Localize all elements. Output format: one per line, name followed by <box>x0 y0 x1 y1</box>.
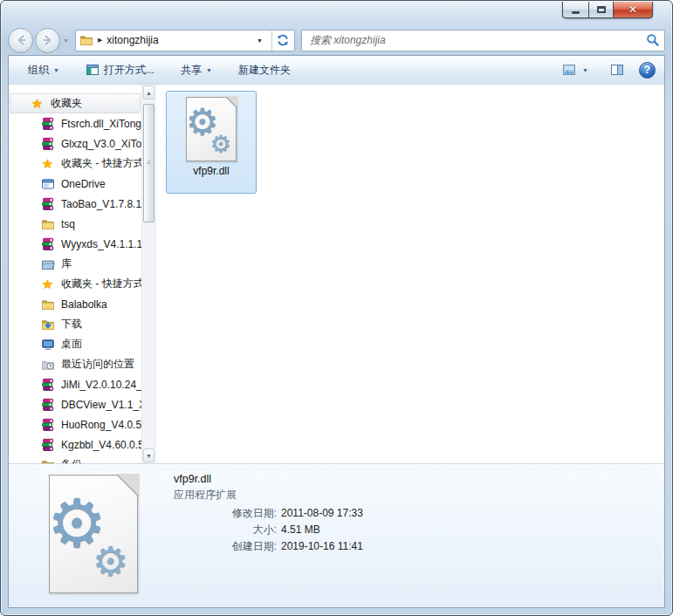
open-with-label: 打开方式... <box>104 63 155 78</box>
organize-button[interactable]: 组织▼ <box>21 58 66 82</box>
sidebar-item-label: 最近访问的位置 <box>61 357 134 372</box>
sidebar-item[interactable]: Kgzbbl_V4.60.0.5 <box>9 435 141 455</box>
detail-property-row: 修改日期:2011-08-09 17:33 <box>174 505 363 522</box>
sidebar-item-label: tsq <box>61 218 75 230</box>
sidebar-item[interactable]: 备份 <box>9 455 141 463</box>
minimize-button[interactable] <box>562 2 588 18</box>
address-history-dropdown[interactable]: ▼ <box>251 38 268 44</box>
downloads-folder-icon <box>40 317 55 332</box>
help-button[interactable]: ? <box>639 62 656 79</box>
question-mark-icon: ? <box>644 64 650 76</box>
sidebar-item-label: OneDrive <box>61 178 106 190</box>
breadcrumb[interactable]: ▶ xitongzhijia ▼ <box>76 31 271 51</box>
maximize-button[interactable] <box>588 2 613 18</box>
scroll-down-button[interactable]: ▼ <box>143 448 155 462</box>
new-folder-label: 新建文件夹 <box>238 63 291 78</box>
winrar-archive-icon <box>40 236 55 251</box>
preview-pane-icon <box>610 63 624 77</box>
back-button[interactable] <box>8 28 33 53</box>
address-bar[interactable]: ▶ xitongzhijia ▼ <box>75 30 295 51</box>
scrollbar-grip-icon: ≡ <box>147 160 151 167</box>
sidebar-item[interactable]: Glxzq_V3.0_XiTo <box>9 133 141 154</box>
preview-pane-button[interactable] <box>603 58 631 81</box>
sidebar-scrollbar[interactable]: ▲ ≡ ▼ <box>141 85 155 463</box>
detail-property-label: 大小: <box>174 522 277 538</box>
change-view-button[interactable]: ▼ <box>555 58 595 81</box>
folder-icon <box>40 297 55 311</box>
sidebar-item[interactable]: 下载 <box>9 314 141 334</box>
refresh-button[interactable] <box>271 31 294 51</box>
views-icon <box>562 63 576 77</box>
winrar-archive-icon <box>40 417 55 432</box>
share-label: 共享 <box>181 63 202 78</box>
share-button[interactable]: 共享▼ <box>174 58 219 82</box>
winrar-archive-icon <box>40 437 55 452</box>
gear-icon: ⚙ <box>210 132 231 155</box>
open-with-button[interactable]: 打开方式... <box>79 58 161 82</box>
winrar-archive-icon <box>40 196 55 211</box>
folder-icon <box>79 33 93 47</box>
file-item-vfp9r-dll[interactable]: ⚙ ⚙ vfp9r.dll <box>166 91 257 194</box>
sidebar-item-label: TaoBao_V1.7.8.1 <box>61 198 141 210</box>
detail-property-label: 创建日期: <box>174 538 277 555</box>
sidebar-item-label: Glxzq_V3.0_XiTo <box>61 138 141 150</box>
sidebar-item[interactable]: DBCView_V1.1_X <box>9 394 141 414</box>
sidebar-item-label: 收藏夹 <box>51 96 82 111</box>
sidebar-item[interactable]: ★收藏夹 <box>10 93 141 113</box>
details-file-type: 应用程序扩展 <box>174 487 363 503</box>
back-arrow-icon <box>14 33 28 47</box>
search-input[interactable] <box>308 31 646 51</box>
sidebar-item-label: 收藏夹 - 快捷方式 <box>61 156 141 171</box>
file-list-area[interactable]: ⚙ ⚙ vfp9r.dll <box>155 85 664 463</box>
refresh-icon <box>276 33 290 47</box>
sidebar-item[interactable]: 桌面 <box>9 334 141 354</box>
close-button[interactable]: ✕ <box>613 2 653 18</box>
scrollbar-track[interactable]: ≡ <box>142 100 155 448</box>
forward-button[interactable] <box>35 28 60 53</box>
sidebar-item-label: HuoRong_V4.0.5 <box>61 419 141 431</box>
sidebar-item-label: 收藏夹 - 快捷方式 <box>61 277 141 291</box>
file-name-label: vfp9r.dll <box>193 165 229 177</box>
new-folder-button[interactable]: 新建文件夹 <box>231 58 298 82</box>
organize-label: 组织 <box>28 63 49 78</box>
sidebar-item[interactable]: tsq <box>9 214 141 234</box>
sidebar-item-label: DBCView_V1.1_X <box>61 399 141 411</box>
minimize-icon <box>572 11 580 14</box>
sidebar-item[interactable]: Balabolka <box>9 294 141 314</box>
sidebar-item[interactable]: 库 <box>9 254 141 274</box>
sidebar-item[interactable]: ★收藏夹 - 快捷方式 <box>9 154 141 174</box>
details-pane: ⚙ ⚙ vfp9r.dll 应用程序扩展 修改日期:2011-08-09 17:… <box>9 463 664 607</box>
maximize-icon <box>597 6 606 13</box>
sidebar-item[interactable]: HuoRong_V4.0.5 <box>9 414 141 435</box>
detail-property-value: 2011-08-09 17:33 <box>281 505 363 522</box>
scrollbar-thumb[interactable]: ≡ <box>143 104 155 222</box>
dll-file-icon: ⚙ ⚙ <box>186 97 237 161</box>
sidebar-item[interactable]: Ftsrch.dll_XiTong <box>9 113 141 133</box>
sidebar-item[interactable]: 最近访问的位置 <box>9 354 141 374</box>
sidebar-list: ★收藏夹Ftsrch.dll_XiTongGlxzq_V3.0_XiTo★收藏夹… <box>9 93 141 463</box>
sidebar-item[interactable]: ★收藏夹 - 快捷方式 <box>9 274 141 294</box>
search-icon[interactable] <box>646 33 660 47</box>
explorer-window: ✕ ▼ ▶ xitongzhijia ▼ <box>0 0 673 616</box>
sidebar-item[interactable]: Wyyxds_V4.1.1.1 <box>9 234 141 254</box>
recent-pages-dropdown[interactable]: ▼ <box>63 38 69 44</box>
breadcrumb-location[interactable]: xitongzhijia <box>106 34 158 46</box>
detail-property-value: 4.51 MB <box>281 522 320 538</box>
winrar-archive-icon <box>40 377 55 392</box>
scroll-up-button[interactable]: ▲ <box>143 86 155 99</box>
favorites-star-icon: ★ <box>30 96 45 111</box>
detail-property-value: 2019-10-16 11:41 <box>281 538 363 555</box>
details-properties: 修改日期:2011-08-09 17:33大小:4.51 MB创建日期:2019… <box>174 505 363 555</box>
winrar-archive-icon <box>40 116 55 131</box>
navigation-bar: ▼ ▶ xitongzhijia ▼ <box>8 25 665 55</box>
details-file-name: vfp9r.dll <box>174 471 363 487</box>
explorer-body: ★收藏夹Ftsrch.dll_XiTongGlxzq_V3.0_XiTo★收藏夹… <box>9 85 664 463</box>
sidebar-item-label: Balabolka <box>61 298 107 311</box>
sidebar-item[interactable]: OneDrive <box>9 174 141 194</box>
sidebar-item[interactable]: JiMi_V2.0.10.24_ <box>9 374 141 394</box>
sidebar-item[interactable]: TaoBao_V1.7.8.1 <box>9 194 141 214</box>
favorites-star-icon: ★ <box>40 156 55 171</box>
navigation-pane: ★收藏夹Ftsrch.dll_XiTongGlxzq_V3.0_XiTo★收藏夹… <box>9 85 155 463</box>
detail-property-row: 创建日期:2019-10-16 11:41 <box>174 538 363 555</box>
search-box[interactable] <box>301 30 665 51</box>
